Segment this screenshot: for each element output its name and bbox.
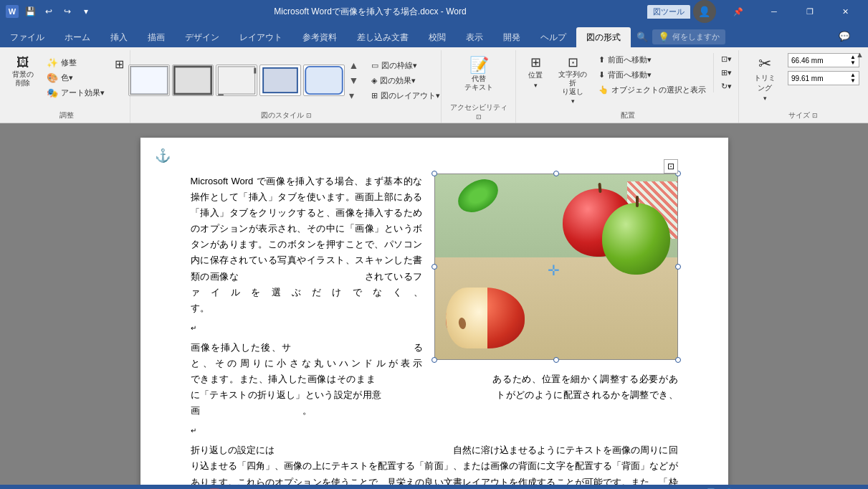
ribbon-group-styles: ▲ ▼ ▾ ▭図の枠線▾ ◈図の効果▾ ⊞図のレイアウト▾ 図のスタイル ⊡ <box>132 50 441 123</box>
svg-rect-3 <box>218 67 255 94</box>
handle-bottom-left[interactable] <box>431 357 437 363</box>
color-button[interactable]: 🎨色▾ <box>42 71 109 85</box>
ribbon-group-position: ⊞ 位置 ▾ ⊡ 文字列の折り返し ▾ ⬆前面へ移動▾ ⬇背面へ移動▾ <box>518 50 740 123</box>
ribbon-group-accessibility: 📝 代替テキスト アクセシビリティ ⊡ <box>443 50 516 123</box>
profile-button[interactable]: 👤 <box>693 0 716 23</box>
tab-help[interactable]: ヘルプ <box>530 27 576 47</box>
paragraph-3: 折り返しの設定には 自然に溶け込ませるようにテキストを画像の周りに回り込ませる「… <box>191 442 678 485</box>
handle-top-center[interactable] <box>553 171 559 176</box>
handle-bottom-center[interactable] <box>553 357 559 363</box>
tab-design[interactable]: デザイン <box>175 27 229 47</box>
align-button[interactable]: ⊡▾ <box>717 53 736 65</box>
save-button[interactable]: 💾 <box>23 4 37 19</box>
picture-effects-button[interactable]: ◈図の効果▾ <box>367 74 444 87</box>
anchor-icon: ⚓ <box>155 145 171 167</box>
style-thumbnails-area: ▲ ▼ ▾ <box>128 58 361 103</box>
style-thumb-3[interactable] <box>216 65 257 96</box>
adjust-group-label: 調整 <box>59 110 74 123</box>
ribbon-toggle-button[interactable]: 📌 <box>722 0 755 23</box>
corrections-button[interactable]: ✨修整 <box>42 56 109 70</box>
style-scroll-down[interactable]: ▼ <box>348 73 361 87</box>
position-group-label: 配置 <box>621 110 635 123</box>
word-icon: W <box>6 5 19 18</box>
title-bar: W 💾 ↩ ↪ ▾ Microsoft Wordで画像を挿入する場合.docx … <box>0 0 868 23</box>
return-mark-2: ↵ <box>191 424 678 437</box>
ribbon-group-size: ✂ トリミング ▾ 66.46 mm ▲ ▼ 99.61 mm ▲ ▼ <box>740 50 865 123</box>
bring-forward-button[interactable]: ⬆前面へ移動▾ <box>594 53 710 67</box>
title-bar-left: W 💾 ↩ ↪ ▾ <box>6 4 93 19</box>
window-title: Microsoft Wordで画像を挿入する場合.docx - Word <box>274 6 466 18</box>
ribbon: 🖼 背景の削除 ✨修整 🎨色▾ 🎭アート効果▾ ⊞ 調整 <box>0 47 868 123</box>
tab-layout[interactable]: レイアウト <box>229 27 292 47</box>
tool-context-label: 図ツール <box>647 5 690 19</box>
share-button[interactable]: 💬 <box>828 24 861 47</box>
style-thumb-5[interactable] <box>303 65 345 96</box>
style-thumb-4[interactable] <box>259 65 301 96</box>
handle-middle-left[interactable] <box>431 264 437 270</box>
document-area: ⚓ <box>0 123 868 485</box>
group-button[interactable]: ⊞▾ <box>717 67 736 79</box>
restore-button[interactable]: ❐ <box>793 0 826 23</box>
height-decrement[interactable]: ▼ <box>850 60 856 66</box>
svg-rect-6 <box>263 68 297 92</box>
handle-middle-right[interactable] <box>675 264 681 270</box>
style-scroll-up[interactable]: ▲ <box>348 58 361 72</box>
art-effects-button[interactable]: 🎭アート効果▾ <box>42 86 109 100</box>
layout-options-button[interactable]: ⊡ <box>664 159 678 174</box>
undo-button[interactable]: ↩ <box>42 4 56 19</box>
title-bar-right: 図ツール 👤 📌 ─ ❐ ✕ <box>647 0 862 23</box>
search-box[interactable]: 💡 何をしますか <box>652 29 725 44</box>
svg-rect-7 <box>305 67 343 94</box>
size-group-label: サイズ ⊡ <box>788 110 818 123</box>
ribbon-collapse-button[interactable]: ▲ <box>856 50 864 59</box>
tab-developer[interactable]: 開発 <box>493 27 530 47</box>
customize-button[interactable]: ▾ <box>79 4 93 19</box>
page: ⚓ <box>140 138 728 485</box>
tab-view[interactable]: 表示 <box>456 27 493 47</box>
accessibility-group-label: アクセシビリティ ⊡ <box>449 103 510 123</box>
style-more[interactable]: ▾ <box>348 88 361 103</box>
width-value: 99.61 mm <box>791 75 850 82</box>
close-button[interactable]: ✕ <box>829 0 862 23</box>
styles-group-label: 図のスタイル ⊡ <box>261 110 312 123</box>
image-content <box>434 174 678 360</box>
handle-bottom-right[interactable] <box>675 357 681 363</box>
picture-layout-button[interactable]: ⊞図のレイアウト▾ <box>367 89 444 103</box>
minimize-button[interactable]: ─ <box>758 0 791 23</box>
tab-file[interactable]: ファイル <box>0 27 54 47</box>
selection-pane-button[interactable]: 👆オブジェクトの選択と表示 <box>594 83 710 97</box>
document-image[interactable]: ⊡ ✛ <box>434 174 678 360</box>
style-thumb-2[interactable] <box>172 65 214 96</box>
crop-button[interactable]: ✂ トリミング ▾ <box>746 53 783 105</box>
tab-insert[interactable]: 挿入 <box>100 27 138 47</box>
rotate-button[interactable]: ↻▾ <box>717 80 736 92</box>
redo-button[interactable]: ↪ <box>60 4 75 19</box>
picture-border-button[interactable]: ▭図の枠線▾ <box>367 59 444 72</box>
style-thumb-1[interactable] <box>128 65 170 96</box>
send-backward-button[interactable]: ⬇背面へ移動▾ <box>594 68 710 82</box>
apple-photo <box>435 174 677 359</box>
ribbon-group-adjust: 🖼 背景の削除 ✨修整 🎨色▾ 🎭アート効果▾ ⊞ 調整 <box>3 50 130 123</box>
position-button[interactable]: ⊞ 位置 ▾ <box>520 53 551 92</box>
tab-draw[interactable]: 描画 <box>138 27 175 47</box>
remove-background-button[interactable]: 🖼 背景の削除 <box>5 53 41 90</box>
handle-top-left[interactable] <box>431 171 437 176</box>
apple-green <box>602 203 670 275</box>
picture-compress-button[interactable]: ⊞ <box>110 56 128 72</box>
svg-rect-1 <box>130 67 168 94</box>
size-inputs: 66.46 mm ▲ ▼ 99.61 mm ▲ ▼ <box>788 53 859 85</box>
tab-home[interactable]: ホーム <box>54 27 100 47</box>
width-decrement[interactable]: ▼ <box>850 78 856 84</box>
tab-references[interactable]: 参考資料 <box>292 27 347 47</box>
svg-rect-2 <box>174 67 211 94</box>
tab-mailings[interactable]: 差し込み文書 <box>347 27 419 47</box>
tab-review[interactable]: 校閲 <box>419 27 456 47</box>
alt-text-button[interactable]: 📝 代替テキスト <box>460 54 497 95</box>
text-wrap-button[interactable]: ⊡ 文字列の折り返し ▾ <box>554 53 591 108</box>
height-value: 66.46 mm <box>791 57 850 65</box>
tab-picture-format[interactable]: 図の形式 <box>576 27 631 47</box>
status-bar: 1/1 ページ 712 単語 日本語 挿入モード 📅 表示設定 📄 🌐 📖 － … <box>0 485 868 489</box>
